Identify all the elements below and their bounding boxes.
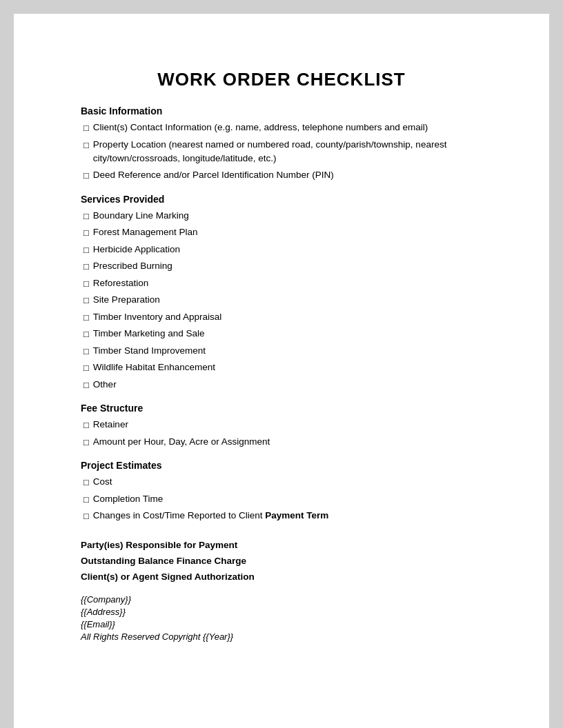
checkbox-icon: □ bbox=[83, 378, 89, 392]
section-heading-basic-info: Basic Information bbox=[81, 105, 482, 117]
page: WORK ORDER CHECKLIST Basic Information □… bbox=[14, 14, 549, 728]
list-item: □ Changes in Cost/Time Reported to Clien… bbox=[81, 509, 482, 523]
item-text: Cost bbox=[93, 475, 482, 489]
list-item: □ Prescribed Burning bbox=[81, 259, 482, 274]
list-item: □ Amount per Hour, Day, Acre or Assignme… bbox=[81, 435, 482, 449]
list-item: □ Timber Inventory and Appraisal bbox=[81, 310, 482, 325]
item-text: Boundary Line Marking bbox=[93, 209, 482, 223]
checkbox-icon: □ bbox=[83, 294, 89, 307]
item-text: Site Preparation bbox=[93, 293, 482, 307]
list-item: □ Boundary Line Marking bbox=[81, 209, 482, 223]
item-text: Timber Stand Improvement bbox=[93, 344, 482, 358]
checkbox-icon: □ bbox=[83, 436, 89, 449]
list-item: □ Deed Reference and/or Parcel Identific… bbox=[81, 168, 482, 183]
checkbox-icon: □ bbox=[83, 121, 89, 135]
checkbox-icon: □ bbox=[83, 311, 89, 325]
list-item: □ Timber Marketing and Sale bbox=[81, 327, 482, 341]
item-text: Amount per Hour, Day, Acre or Assignment bbox=[93, 435, 482, 449]
item-text: Prescribed Burning bbox=[93, 259, 482, 273]
list-item: □ Retainer bbox=[81, 418, 482, 432]
footer: {{Company}} {{Address}} {{Email}} All Ri… bbox=[81, 594, 482, 642]
page-title: WORK ORDER CHECKLIST bbox=[81, 69, 482, 90]
list-item: □ Completion Time bbox=[81, 492, 482, 507]
item-text: Timber Marketing and Sale bbox=[93, 327, 482, 341]
item-text: Deed Reference and/or Parcel Identificat… bbox=[93, 168, 482, 182]
standalone-heading-balance: Outstanding Balance Finance Charge bbox=[81, 556, 482, 566]
item-text: Reforestation bbox=[93, 276, 482, 290]
item-text: Property Location (nearest named or numb… bbox=[93, 138, 482, 166]
checkbox-icon: □ bbox=[83, 476, 89, 489]
item-text: Retainer bbox=[93, 418, 482, 432]
item-text: Client(s) Contact Information (e.g. name… bbox=[93, 121, 482, 134]
list-item: □ Client(s) Contact Information (e.g. na… bbox=[81, 121, 482, 135]
list-item: □ Forest Management Plan bbox=[81, 225, 482, 240]
section-services: Services Provided □ Boundary Line Markin… bbox=[81, 194, 482, 392]
checkbox-icon: □ bbox=[83, 169, 89, 183]
list-item: □ Cost bbox=[81, 475, 482, 489]
inline-bold-text: Payment Term bbox=[265, 510, 328, 520]
list-item: □ Reforestation bbox=[81, 276, 482, 291]
list-item: □ Site Preparation bbox=[81, 293, 482, 307]
standalone-heading-payment: Party(ies) Responsible for Payment bbox=[81, 540, 482, 550]
footer-copyright: All Rights Reserved Copyright {{Year}} bbox=[81, 631, 482, 642]
checkbox-icon: □ bbox=[83, 226, 89, 240]
item-text: Herbicide Application bbox=[93, 243, 482, 256]
list-item: □ Herbicide Application bbox=[81, 243, 482, 257]
checkbox-icon: □ bbox=[83, 243, 89, 257]
standalone-headings: Party(ies) Responsible for Payment Outst… bbox=[81, 540, 482, 582]
section-heading-project-estimates: Project Estimates bbox=[81, 460, 482, 471]
item-text: Changes in Cost/Time Reported to Client … bbox=[93, 509, 482, 523]
checkbox-icon: □ bbox=[83, 260, 89, 274]
checkbox-icon: □ bbox=[83, 139, 89, 152]
checkbox-icon: □ bbox=[83, 361, 89, 375]
checkbox-icon: □ bbox=[83, 493, 89, 507]
section-heading-fee-structure: Fee Structure bbox=[81, 403, 482, 414]
checkbox-icon: □ bbox=[83, 327, 89, 341]
footer-email: {{Email}} bbox=[81, 619, 482, 629]
list-item: □ Other bbox=[81, 378, 482, 392]
checkbox-icon: □ bbox=[83, 277, 89, 291]
item-text: Timber Inventory and Appraisal bbox=[93, 310, 482, 324]
list-item: □ Property Location (nearest named or nu… bbox=[81, 138, 482, 166]
checkbox-icon: □ bbox=[83, 418, 89, 432]
checkbox-icon: □ bbox=[83, 509, 89, 523]
section-fee-structure: Fee Structure □ Retainer □ Amount per Ho… bbox=[81, 403, 482, 449]
item-text: Wildlife Habitat Enhancement bbox=[93, 361, 482, 374]
section-heading-services: Services Provided bbox=[81, 194, 482, 205]
footer-address: {{Address}} bbox=[81, 607, 482, 617]
item-text: Forest Management Plan bbox=[93, 225, 482, 239]
section-basic-info: Basic Information □ Client(s) Contact In… bbox=[81, 105, 482, 183]
list-item: □ Wildlife Habitat Enhancement bbox=[81, 361, 482, 375]
checkbox-icon: □ bbox=[83, 210, 89, 223]
item-text: Other bbox=[93, 378, 482, 392]
footer-company: {{Company}} bbox=[81, 594, 482, 605]
section-project-estimates: Project Estimates □ Cost □ Completion Ti… bbox=[81, 460, 482, 523]
checkbox-icon: □ bbox=[83, 345, 89, 358]
item-text: Completion Time bbox=[93, 492, 482, 506]
standalone-heading-authorization: Client(s) or Agent Signed Authorization bbox=[81, 572, 482, 582]
list-item: □ Timber Stand Improvement bbox=[81, 344, 482, 358]
